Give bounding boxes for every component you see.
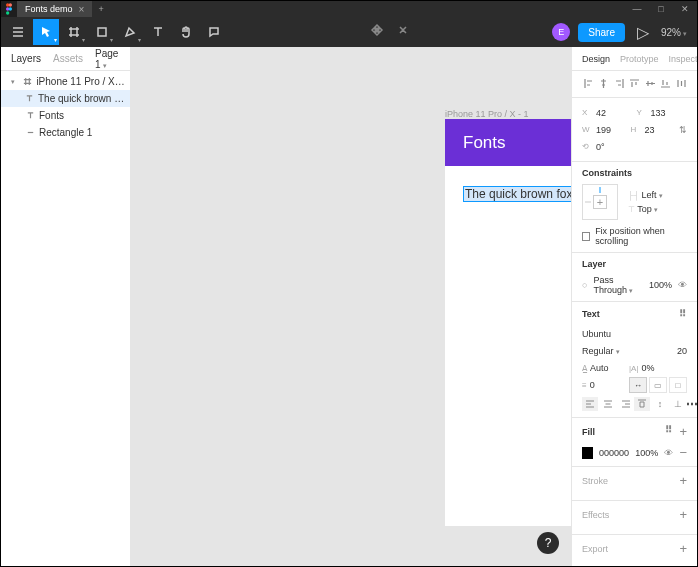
text-icon bbox=[25, 111, 35, 121]
paragraph-spacing-icon: ≡ bbox=[582, 381, 587, 390]
share-button[interactable]: Share bbox=[578, 23, 625, 42]
text-more-button[interactable]: ⋯ bbox=[686, 397, 697, 411]
fix-position-checkbox[interactable] bbox=[582, 232, 590, 241]
align-right-icon[interactable] bbox=[613, 77, 625, 89]
width-input[interactable]: 199 bbox=[596, 125, 626, 135]
text-tool[interactable] bbox=[145, 19, 171, 45]
zoom-dropdown[interactable]: 92%▾ bbox=[655, 27, 693, 38]
frame-header-text: Fonts bbox=[445, 119, 571, 166]
shape-tool[interactable]: ▾ bbox=[89, 19, 115, 45]
mask-icon[interactable] bbox=[396, 23, 410, 41]
fill-visibility-icon[interactable]: 👁 bbox=[664, 448, 673, 458]
add-export-button[interactable]: + bbox=[679, 541, 687, 556]
figma-logo-icon[interactable] bbox=[1, 1, 17, 17]
distribute-icon[interactable] bbox=[675, 77, 687, 89]
inspector-panel: Design Prototype Inspect X42 Y bbox=[571, 47, 697, 566]
y-input[interactable]: 133 bbox=[651, 108, 681, 118]
layer-text[interactable]: Fonts bbox=[1, 107, 130, 124]
svg-point-4 bbox=[6, 11, 9, 14]
inspect-tab[interactable]: Inspect bbox=[669, 54, 697, 64]
text-align-left-button[interactable] bbox=[582, 397, 598, 411]
text-align-middle-button[interactable]: ↕ bbox=[652, 397, 668, 411]
layer-text-selected[interactable]: The quick brown fox... bbox=[1, 90, 130, 107]
add-tab-button[interactable]: + bbox=[92, 4, 109, 14]
constraints-widget[interactable]: + bbox=[582, 184, 618, 220]
text-align-bottom-button[interactable]: ⊥ bbox=[670, 397, 686, 411]
text-align-right-button[interactable] bbox=[618, 397, 634, 411]
fill-style-icon[interactable]: ⠿ bbox=[665, 424, 673, 439]
layer-title: Layer bbox=[582, 259, 687, 269]
pen-tool[interactable]: ▾ bbox=[117, 19, 143, 45]
paragraph-spacing-input[interactable]: 0 bbox=[590, 380, 595, 390]
file-tab[interactable]: Fonts demo × bbox=[17, 1, 92, 17]
close-tab-icon[interactable]: × bbox=[79, 4, 85, 15]
add-effect-button[interactable]: + bbox=[679, 507, 687, 522]
layer-frame[interactable]: ▾ iPhone 11 Pro / X - 1 bbox=[1, 73, 130, 90]
text-align-center-button[interactable] bbox=[600, 397, 616, 411]
height-input[interactable]: 23 bbox=[645, 125, 675, 135]
expand-icon[interactable]: ▾ bbox=[11, 78, 19, 86]
design-tab[interactable]: Design bbox=[582, 54, 610, 64]
line-height-input[interactable]: Auto bbox=[590, 363, 609, 373]
frame-icon bbox=[23, 77, 33, 87]
fill-swatch[interactable] bbox=[582, 447, 593, 459]
font-weight-select[interactable]: Regular ▾ bbox=[582, 346, 620, 356]
align-bottom-icon[interactable] bbox=[660, 77, 672, 89]
rotation-input[interactable]: 0° bbox=[596, 142, 626, 152]
help-button[interactable]: ? bbox=[537, 532, 559, 554]
svg-point-1 bbox=[9, 3, 12, 6]
link-dimensions-icon[interactable]: ⇅ bbox=[679, 125, 687, 135]
frame-label[interactable]: iPhone 11 Pro / X - 1 bbox=[445, 109, 529, 119]
fill-title: Fill bbox=[582, 427, 595, 437]
page-selector[interactable]: Page 1 ▾ bbox=[95, 48, 120, 70]
align-top-icon[interactable] bbox=[629, 77, 641, 89]
line-icon bbox=[25, 128, 35, 138]
h-constraint-select[interactable]: Left▾ bbox=[642, 190, 663, 200]
fixed-size-button[interactable]: □ bbox=[669, 377, 687, 393]
layer-rect[interactable]: Rectangle 1 bbox=[1, 124, 130, 141]
svg-point-3 bbox=[9, 7, 12, 10]
assets-tab[interactable]: Assets bbox=[53, 53, 83, 64]
fill-opacity-input[interactable]: 100% bbox=[635, 448, 658, 458]
export-title: Export bbox=[582, 544, 608, 554]
component-icon[interactable] bbox=[370, 23, 384, 41]
fix-position-label: Fix position when scrolling bbox=[595, 226, 687, 246]
font-family-select[interactable]: Ubuntu bbox=[582, 329, 611, 339]
hand-tool[interactable] bbox=[173, 19, 199, 45]
comment-tool[interactable] bbox=[201, 19, 227, 45]
text-style-icon[interactable]: ⠿ bbox=[679, 308, 687, 319]
auto-width-button[interactable]: ↔ bbox=[629, 377, 647, 393]
remove-fill-button[interactable]: − bbox=[679, 445, 687, 460]
window-maximize[interactable]: □ bbox=[649, 4, 673, 14]
user-avatar[interactable]: E bbox=[552, 23, 570, 41]
align-hcenter-icon[interactable] bbox=[598, 77, 610, 89]
toolbar: ▾ ▾ ▾ ▾ E Share ▷ 92%▾ bbox=[1, 17, 697, 47]
prototype-tab[interactable]: Prototype bbox=[620, 54, 659, 64]
letter-spacing-input[interactable]: 0% bbox=[642, 363, 655, 373]
layer-opacity-input[interactable]: 100% bbox=[649, 280, 672, 290]
selected-text-element[interactable]: The quick brown fox... bbox=[464, 187, 571, 201]
align-vcenter-icon[interactable] bbox=[644, 77, 656, 89]
frame-tool[interactable]: ▾ bbox=[61, 19, 87, 45]
add-fill-button[interactable]: + bbox=[679, 424, 687, 439]
font-size-input[interactable]: 20 bbox=[677, 346, 687, 356]
visibility-icon[interactable]: 👁 bbox=[678, 280, 687, 290]
move-tool[interactable]: ▾ bbox=[33, 19, 59, 45]
fill-hex-input[interactable]: 000000 bbox=[599, 448, 629, 458]
text-align-top-button[interactable] bbox=[634, 397, 650, 411]
line-height-icon: A̲ bbox=[582, 364, 587, 373]
window-close[interactable]: ✕ bbox=[673, 4, 697, 14]
align-left-icon[interactable] bbox=[582, 77, 594, 89]
window-minimize[interactable]: — bbox=[625, 4, 649, 14]
x-input[interactable]: 42 bbox=[596, 108, 626, 118]
svg-rect-5 bbox=[98, 28, 106, 36]
canvas[interactable]: iPhone 11 Pro / X - 1 Fonts The quick br… bbox=[131, 47, 571, 566]
frame-artboard[interactable]: Fonts The quick brown fox... bbox=[445, 119, 571, 526]
layers-tab[interactable]: Layers bbox=[11, 53, 41, 64]
v-constraint-select[interactable]: Top▾ bbox=[637, 204, 658, 214]
add-stroke-button[interactable]: + bbox=[679, 473, 687, 488]
menu-button[interactable] bbox=[5, 19, 31, 45]
present-button[interactable]: ▷ bbox=[633, 23, 653, 42]
blend-mode-select[interactable]: Pass Through ▾ bbox=[593, 275, 643, 295]
auto-height-button[interactable]: ▭ bbox=[649, 377, 667, 393]
